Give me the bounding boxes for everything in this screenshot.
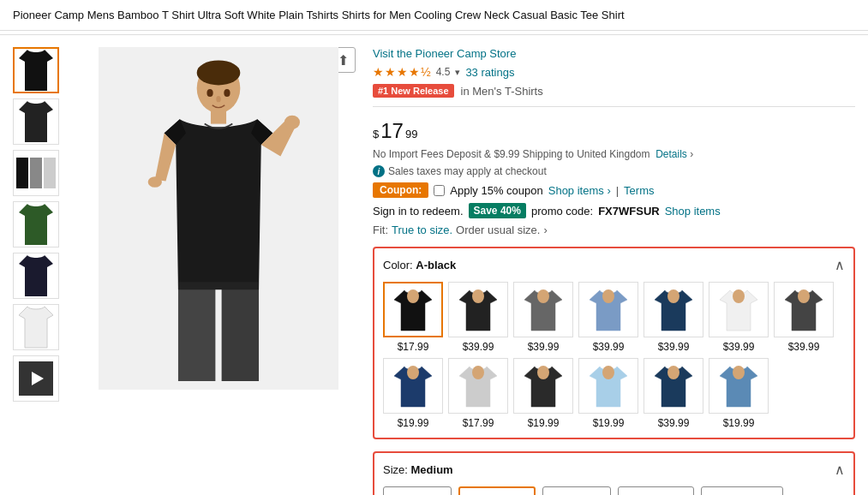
product-info-panel: Visit the Pioneer Camp Store ★ ★ ★ ★ ½ 4… (373, 47, 855, 495)
thumbnail-item-5[interactable] (13, 304, 59, 350)
color-price-11: $39.99 (658, 417, 690, 429)
color-item-4[interactable]: $39.99 (644, 282, 703, 353)
size-selector-header: Size: Medium ∧ (383, 462, 845, 478)
fit-order-text: Order usual size. (456, 224, 540, 236)
color-label: Color: A-black (383, 259, 456, 271)
store-link[interactable]: Visit the Pioneer Camp Store (373, 47, 855, 60)
price-display: $ 17 99 (373, 119, 855, 143)
size-btn-small[interactable]: Small (383, 486, 452, 495)
color-price-4: $39.99 (658, 341, 690, 353)
price-cents: 99 (405, 128, 417, 140)
color-price-12: $19.99 (723, 417, 755, 429)
shipping-chevron: › (690, 148, 693, 160)
color-item-1[interactable]: $39.99 (448, 282, 508, 353)
promo-label: promo code: (531, 205, 593, 218)
thumbnail-item-4[interactable] (13, 253, 59, 299)
dropdown-icon: ▾ (455, 67, 460, 78)
price-whole: 17 (380, 119, 404, 143)
color-item-3[interactable]: $39.99 (578, 282, 638, 353)
color-swatch-3 (578, 282, 638, 337)
coupon-terms-link[interactable]: Terms (624, 184, 654, 197)
color-price-8: $17.99 (463, 417, 494, 429)
color-item-8[interactable]: $17.99 (448, 358, 508, 429)
star-rating: ★ ★ ★ ★ ½ (373, 65, 431, 79)
size-label: Size: Medium (383, 463, 453, 476)
color-price-1: $39.99 (463, 341, 494, 353)
thumbnail-item-3[interactable] (13, 201, 59, 248)
svg-point-18 (407, 366, 419, 379)
svg-point-22 (667, 366, 679, 379)
color-swatch-1 (448, 282, 508, 337)
star-half: ½ (421, 65, 431, 79)
color-swatch-7 (383, 358, 443, 414)
thumbnail-list (13, 47, 64, 495)
size-collapse-icon[interactable]: ∧ (835, 462, 845, 478)
color-item-0[interactable]: $17.99 (383, 282, 443, 353)
star-4: ★ (409, 65, 420, 79)
size-btn-large[interactable]: Large (542, 486, 611, 495)
promo-shop-link[interactable]: Shop items (665, 205, 721, 218)
color-item-2[interactable]: $39.99 (513, 282, 573, 353)
color-item-6[interactable]: $39.99 (774, 282, 834, 353)
star-2: ★ (385, 65, 396, 79)
color-swatch-8 (448, 358, 508, 414)
rating-row: ★ ★ ★ ★ ½ 4.5 ▾ 33 ratings (373, 65, 855, 79)
size-btn-x-large[interactable]: X-Large (618, 486, 693, 495)
svg-point-17 (798, 289, 810, 303)
color-item-12[interactable]: $19.99 (709, 358, 769, 429)
color-price-6: $39.99 (788, 341, 820, 353)
color-selected-value: A-black (416, 259, 456, 271)
color-price-0: $17.99 (398, 341, 429, 353)
color-swatch-0 (383, 282, 443, 337)
svg-point-21 (602, 366, 614, 379)
svg-point-23 (733, 366, 745, 379)
review-count[interactable]: 33 ratings (465, 66, 514, 79)
color-item-11[interactable]: $39.99 (644, 358, 703, 429)
info-icon: i (373, 165, 385, 177)
color-item-5[interactable]: $39.99 (709, 282, 769, 353)
color-item-9[interactable]: $19.99 (513, 358, 573, 429)
thumbnail-item-2[interactable] (13, 150, 59, 196)
promo-signin-text: Sign in to redeem. (373, 205, 464, 218)
svg-rect-6 (178, 282, 259, 289)
thumbnail-item-0[interactable] (13, 47, 59, 93)
svg-rect-2 (211, 109, 226, 124)
color-item-10[interactable]: $19.99 (578, 358, 638, 429)
coupon-label: Apply 15% coupon (450, 184, 542, 197)
star-3: ★ (397, 65, 408, 79)
price-dollar-sign: $ (373, 128, 379, 140)
color-price-5: $39.99 (723, 341, 755, 353)
coupon-badge: Coupon: (373, 182, 428, 198)
color-swatch-6 (774, 282, 834, 337)
svg-point-15 (667, 289, 679, 303)
size-btn-medium[interactable]: Medium (458, 486, 536, 495)
tax-row: i Sales taxes may apply at checkout (373, 165, 855, 177)
coupon-checkbox[interactable] (434, 185, 445, 196)
thumbnail-item-6[interactable] (13, 355, 59, 402)
save-badge: Save 40% (469, 203, 526, 218)
main-image-container: ⬆ (81, 47, 356, 495)
svg-point-9 (216, 96, 220, 102)
color-swatch-2 (513, 282, 573, 337)
size-btn-xx-large[interactable]: XX-Large (701, 486, 784, 495)
color-swatch-9 (513, 358, 573, 414)
color-collapse-icon[interactable]: ∧ (835, 257, 845, 273)
svg-point-1 (197, 60, 241, 85)
color-price-10: $19.99 (593, 417, 625, 429)
svg-point-7 (207, 89, 213, 97)
svg-point-11 (407, 289, 419, 303)
color-swatch-10 (578, 358, 638, 414)
badge-category: in Men's T-Shirts (461, 85, 543, 98)
color-item-7[interactable]: $19.99 (383, 358, 443, 429)
coupon-shop-link[interactable]: Shop items › (548, 184, 611, 197)
coupon-divider: | (616, 184, 619, 197)
size-selected-value: Medium (411, 463, 453, 476)
page-title: Pioneer Camp Mens Bamboo T Shirt Ultra S… (0, 0, 868, 31)
svg-point-12 (472, 289, 484, 303)
star-1: ★ (373, 65, 384, 79)
svg-point-14 (602, 289, 614, 303)
shipping-details-link[interactable]: Details (655, 148, 687, 160)
thumbnail-item-1[interactable] (13, 98, 59, 145)
fit-value[interactable]: True to size. (392, 224, 452, 236)
fit-label: Fit: (373, 224, 388, 236)
